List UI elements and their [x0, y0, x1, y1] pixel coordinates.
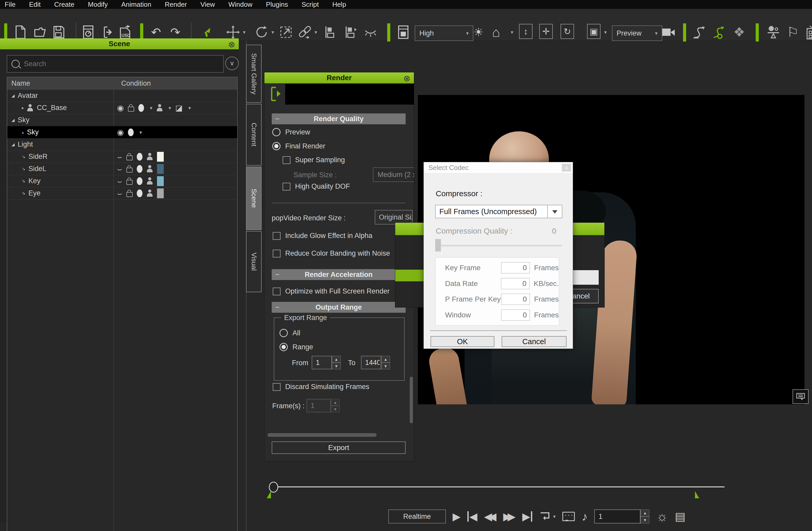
- column-condition[interactable]: Condition: [118, 77, 237, 89]
- usd-export-icon[interactable]: USD: [118, 24, 133, 41]
- chevron-down-icon[interactable]: ▾: [188, 105, 191, 111]
- scale-tool-icon[interactable]: [279, 24, 293, 41]
- range-end-marker[interactable]: [695, 491, 699, 498]
- h-scrollbar-track[interactable]: [267, 433, 412, 437]
- mesh-icon[interactable]: [128, 128, 134, 136]
- checkbox-optimize-fullscreen[interactable]: Optimize with Full Screen Render: [273, 287, 390, 295]
- range-start-marker[interactable]: [267, 491, 271, 498]
- expanded-icon[interactable]: ◢: [11, 118, 15, 123]
- from-spinner[interactable]: ▲▼: [332, 356, 341, 369]
- chevron-down-icon[interactable]: ▾: [169, 105, 171, 111]
- light-shape-icon[interactable]: [137, 153, 143, 161]
- frames-input[interactable]: [306, 399, 331, 412]
- timeline-playhead[interactable]: [269, 482, 278, 492]
- frame-object-icon[interactable]: ▣: [587, 24, 600, 39]
- h-scrollbar-thumb[interactable]: [267, 433, 377, 437]
- radio-final-render[interactable]: Final Render: [272, 142, 325, 150]
- to-input[interactable]: [361, 356, 381, 369]
- tree-row-sky-selected[interactable]: ▴ Sky ◉ ▾: [7, 126, 237, 139]
- tree-row-sky-group[interactable]: ◢ Sky: [7, 114, 237, 126]
- codec-dialog-titlebar[interactable]: Select Codec x: [424, 162, 573, 173]
- lock-icon[interactable]: [126, 156, 133, 160]
- from-input[interactable]: [312, 356, 332, 369]
- tree-row-key[interactable]: ⇘ Key ⌣: [7, 175, 237, 187]
- visibility-eye-icon[interactable]: ◉: [117, 128, 124, 136]
- go-to-end-button[interactable]: ▶: [522, 511, 533, 522]
- tree-row-cc-base[interactable]: ▸ CC_Base ◉ ▾ ▾ ◪▾: [7, 102, 237, 114]
- character-link-icon[interactable]: [147, 177, 153, 185]
- section-output-range[interactable]: − Output Range: [272, 302, 406, 313]
- frame-number-spinner[interactable]: ▲▼: [640, 510, 649, 523]
- menu-animation[interactable]: Animation: [121, 1, 151, 9]
- tab-scene[interactable]: Scene: [246, 167, 262, 230]
- home-view-caret[interactable]: ▾: [511, 24, 513, 41]
- quality-slider-thumb[interactable]: [435, 239, 441, 252]
- cancel-button[interactable]: Cancel: [502, 336, 566, 347]
- checkbox-super-sampling[interactable]: Super Sampling: [282, 156, 345, 164]
- link-icon[interactable]: [299, 24, 312, 41]
- menu-script[interactable]: Script: [302, 1, 319, 9]
- menu-file[interactable]: File: [5, 1, 16, 9]
- expanded-icon[interactable]: ◢: [11, 93, 15, 98]
- menu-render[interactable]: Render: [165, 1, 187, 9]
- realtime-button[interactable]: Realtime: [388, 510, 446, 523]
- menu-window[interactable]: Window: [228, 1, 252, 9]
- rewind-button[interactable]: ◀◀: [484, 511, 497, 522]
- move-tool-caret[interactable]: ▾: [243, 24, 246, 41]
- undo-icon[interactable]: ↶: [151, 24, 161, 41]
- viewport-comment-button[interactable]: [793, 389, 809, 404]
- menu-view[interactable]: View: [200, 1, 215, 9]
- key-frame-input[interactable]: 0: [501, 262, 530, 274]
- menu-edit[interactable]: Edit: [29, 1, 41, 9]
- checkbox-reduce-banding[interactable]: Reduce Color Banding with Noise: [273, 249, 390, 257]
- motion-curve-active-icon[interactable]: [712, 24, 726, 41]
- render-dialog-titlebar[interactable]: Render ⊗: [264, 72, 414, 83]
- link-caret[interactable]: ▾: [315, 24, 317, 41]
- pan-camera-icon[interactable]: ✛: [539, 24, 553, 39]
- light-color-swatch[interactable]: [157, 176, 164, 186]
- menu-modify[interactable]: Modify: [88, 1, 108, 9]
- timeline-track[interactable]: [273, 486, 725, 487]
- v-scrollbar-thumb[interactable]: [410, 376, 413, 423]
- frames-spinner[interactable]: ▲▼: [331, 399, 340, 412]
- eyelash-hidden-icon[interactable]: ⌣: [117, 177, 122, 185]
- radio-all[interactable]: All: [279, 329, 300, 337]
- lock-icon[interactable]: [126, 192, 133, 197]
- flag-marker-icon[interactable]: ⚐: [787, 24, 799, 41]
- scene-panel-titlebar[interactable]: Scene ⊗: [0, 39, 239, 49]
- collapse-icon[interactable]: −: [275, 303, 279, 312]
- texture-icon[interactable]: ◪: [175, 104, 183, 112]
- section-render-acceleration[interactable]: − Render Acceleration: [272, 269, 406, 280]
- rotate-tool-caret[interactable]: ▾: [272, 24, 274, 41]
- layout-panel-icon[interactable]: [397, 24, 409, 41]
- chevron-down-icon[interactable]: ▾: [150, 105, 152, 111]
- close-icon[interactable]: x: [562, 164, 571, 172]
- expanded-icon[interactable]: ◢: [11, 142, 15, 147]
- light-color-swatch[interactable]: [157, 164, 164, 174]
- loop-mode-button[interactable]: ▾: [539, 511, 556, 522]
- lock-icon[interactable]: [126, 180, 133, 185]
- align-first-icon[interactable]: [324, 24, 337, 41]
- character-balance-icon[interactable]: [766, 24, 781, 41]
- save-project-icon[interactable]: [53, 24, 65, 41]
- light-color-swatch[interactable]: [157, 188, 164, 198]
- quality-slider-track[interactable]: [436, 245, 562, 246]
- compressor-dropdown[interactable]: Full Frames (Uncompressed): [435, 205, 562, 218]
- tab-visual[interactable]: Visual: [246, 231, 262, 292]
- export-media-icon[interactable]: [101, 24, 114, 41]
- home-view-icon[interactable]: ⌂: [492, 24, 500, 41]
- eyelash-hidden-icon[interactable]: ⌣: [117, 189, 122, 197]
- character-link-icon[interactable]: [147, 189, 153, 197]
- tab-smart-gallery[interactable]: Smart Gallery: [246, 45, 262, 103]
- menu-plugins[interactable]: Plugins: [266, 1, 288, 9]
- select-tool-icon[interactable]: [199, 24, 212, 41]
- render-mode-dropdown[interactable]: Preview▾: [612, 26, 662, 41]
- stack-cubes-icon[interactable]: ❖: [734, 24, 745, 41]
- window-input[interactable]: 0: [501, 310, 530, 321]
- tree-row-sider[interactable]: ↘ SideR ⌣: [7, 150, 237, 163]
- lock-icon[interactable]: [128, 107, 134, 112]
- checkbox-high-quality-dof[interactable]: High Quality DOF: [282, 183, 350, 190]
- close-icon[interactable]: ⊗: [403, 73, 410, 83]
- radio-range[interactable]: Range: [279, 343, 313, 351]
- fast-forward-button[interactable]: ▶▶: [503, 511, 516, 522]
